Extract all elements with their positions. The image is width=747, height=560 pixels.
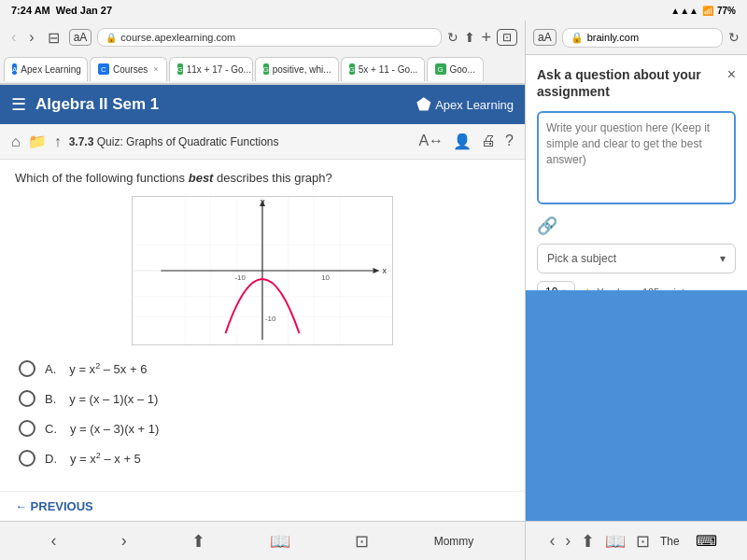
right-address-bar[interactable]: 🔒 brainly.com (562, 28, 723, 48)
right-nav: aA 🔒 brainly.com ↻ (526, 21, 747, 54)
choice-d-label: D. (45, 452, 57, 466)
right-back-button[interactable]: ‹ (549, 531, 555, 551)
right-share-button[interactable]: ⬆ (581, 531, 595, 552)
choice-a-label: A. (45, 362, 56, 376)
tab-favicon-5x: G (349, 63, 355, 75)
tab-label-11x: 11x + 17 - Go... (187, 64, 251, 75)
right-forward-button[interactable]: › (565, 531, 571, 551)
right-content: Ask a question about your assignment × 🔗… (526, 55, 747, 290)
hamburger-icon[interactable]: ☰ (11, 94, 26, 115)
wifi-icon: 📶 (702, 6, 713, 16)
reader-mode-button[interactable]: aA (69, 29, 92, 46)
panel-title: Ask a question about your assignment (537, 66, 727, 100)
tab-close-courses[interactable]: × (153, 64, 158, 74)
address-bar[interactable]: 🔒 course.apexlearning.com (97, 28, 442, 47)
radio-c[interactable] (19, 420, 35, 437)
svg-text:10: 10 (321, 273, 330, 282)
tab-favicon-11x: G (177, 63, 183, 75)
radio-b[interactable] (19, 390, 35, 407)
app-header: ☰ Algebra II Sem 1 ⬟ Apex Learning (0, 85, 525, 124)
tab-positive[interactable]: G positive, whi... (255, 57, 339, 81)
right-reader-button[interactable]: aA (533, 29, 557, 46)
tab-label-apex: Apex Learning (21, 64, 81, 75)
right-bookmarks-button[interactable]: 📖 (605, 531, 626, 552)
tabs-button[interactable]: ⊡ (497, 29, 517, 46)
attachment-row: 🔗 (537, 216, 736, 236)
home-icon[interactable]: ⌂ (11, 133, 21, 150)
tab-favicon-courses: C (98, 63, 109, 75)
right-reload-button[interactable]: ↻ (728, 30, 740, 45)
new-tab-button[interactable]: + (481, 28, 491, 48)
quiz-title: Graphs of Quadratic Functions (126, 135, 278, 148)
close-button[interactable]: × (727, 66, 736, 83)
tab-favicon-positive: G (263, 63, 269, 75)
forward-button[interactable]: › (25, 27, 37, 48)
tab-11x[interactable]: G 11x + 17 - Go... × (169, 57, 253, 81)
status-time: 7:24 AM (11, 5, 50, 16)
answer-choices: A. y = x2 – 5x + 6 B. y = (x – 1)(x – 1)… (15, 360, 510, 467)
left-panel: ‹ › ⊟ aA 🔒 course.apexlearning.com ↻ ⬆ +… (0, 21, 525, 560)
choice-c-label: C. (45, 422, 57, 436)
svg-text:-10: -10 (265, 315, 276, 323)
right-lock-icon: 🔒 (571, 32, 584, 44)
right-browser-bottom: ‹ › ⬆ 📖 ⊡ The ⌨ (526, 521, 747, 560)
up-icon[interactable]: ↑ (54, 133, 62, 150)
translate-icon[interactable]: A↔ (418, 133, 444, 150)
right-tabs-button[interactable]: ⊡ (636, 531, 650, 552)
reload-button[interactable]: ↻ (447, 30, 458, 45)
breadcrumb: 3.7.3 Quiz: Graphs of Quadratic Function… (69, 135, 412, 148)
battery-icon: 77% (717, 6, 736, 16)
quiz-nav: ⌂ 📁 ↑ 3.7.3 Quiz: Graphs of Quadratic Fu… (0, 124, 525, 160)
apex-logo-icon: ⬟ (416, 94, 431, 115)
panel-header: Ask a question about your assignment × (537, 66, 736, 100)
tab-label-courses: Courses (113, 64, 148, 75)
previous-button[interactable]: ← PREVIOUS (15, 499, 93, 513)
lock-icon: 🔒 (106, 33, 117, 43)
graph-container: y x -10 10 -10 (132, 196, 393, 345)
bottom-nav: ← PREVIOUS (0, 491, 525, 521)
browser-forward-button[interactable]: › (121, 531, 127, 551)
question-suffix: describes this graph? (213, 171, 331, 185)
question-textarea[interactable] (537, 111, 736, 204)
attachment-icon[interactable]: 🔗 (537, 217, 557, 235)
content-area: Which of the following functions best de… (0, 160, 525, 491)
choice-d-formula: y = x2 – x + 5 (70, 451, 141, 466)
radio-a[interactable] (19, 360, 35, 377)
tab-courses[interactable]: C Courses × (90, 57, 167, 81)
browser-back-button[interactable]: ‹ (51, 531, 57, 551)
question-prefix: Which of the following functions (15, 171, 189, 185)
status-date: Wed Jan 27 (56, 5, 112, 16)
tab-5x[interactable]: G 5x + 11 - Go... (341, 57, 425, 81)
status-left: 7:24 AM Wed Jan 27 (11, 5, 112, 16)
choice-a: A. y = x2 – 5x + 6 (19, 360, 506, 377)
portfolio-icon[interactable]: 📁 (28, 133, 47, 150)
right-url: brainly.com (587, 32, 639, 43)
back-button[interactable]: ‹ (7, 27, 20, 48)
blue-section (526, 290, 747, 522)
bookmarks-button[interactable]: ⊟ (44, 27, 63, 49)
profile-icon[interactable]: 👤 (453, 133, 472, 150)
question-text: Which of the following functions best de… (15, 171, 510, 185)
tab-apex-learning[interactable]: A Apex Learning × (4, 57, 88, 81)
browser-share-bottom[interactable]: ⬆ (191, 531, 205, 552)
share-button[interactable]: ⬆ (464, 30, 475, 45)
url-text: course.apexlearning.com (120, 32, 235, 43)
tab-bar: A Apex Learning × C Courses × G 11x + 17… (0, 54, 525, 84)
apex-logo-text: Apex Learning (435, 98, 514, 112)
radio-d[interactable] (19, 450, 35, 467)
print-icon[interactable]: 🖨 (481, 133, 496, 150)
subject-picker[interactable]: Pick a subject ▾ (537, 244, 736, 273)
bottom-label-left: Mommy (434, 535, 474, 548)
choice-d: D. y = x2 – x + 5 (19, 450, 506, 467)
choice-b-label: B. (45, 392, 56, 406)
keyboard-icon[interactable]: ⌨ (689, 532, 723, 550)
graph-svg: y x -10 10 -10 (133, 197, 392, 344)
points-select[interactable]: 10 ▾ (537, 281, 575, 289)
help-icon[interactable]: ? (505, 133, 514, 150)
browser-bookmarks-bottom[interactable]: 📖 (270, 531, 290, 552)
tab-close-apex[interactable]: × (87, 64, 88, 74)
signal-icon: ▲▲▲ (670, 6, 698, 16)
browser-tabs-bottom[interactable]: ⊡ (355, 531, 369, 552)
choice-b: B. y = (x – 1)(x – 1) (19, 390, 506, 407)
tab-goo[interactable]: G Goo... (427, 57, 484, 81)
